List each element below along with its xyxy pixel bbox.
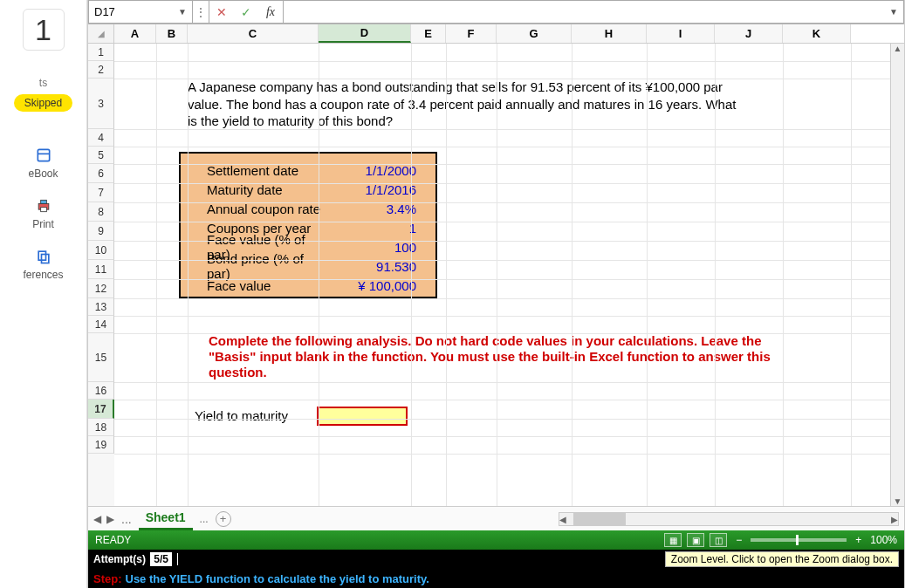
select-all-corner[interactable]: ◢: [88, 24, 114, 43]
row-header-11[interactable]: 11: [88, 260, 114, 279]
row-header-2[interactable]: 2: [88, 61, 114, 79]
label-cut-ts: ts: [39, 77, 47, 89]
zoom-plus-icon[interactable]: +: [855, 534, 861, 546]
ebook-button[interactable]: eBook: [28, 147, 58, 180]
scroll-right-icon[interactable]: ▶: [891, 515, 898, 524]
status-bar-green: READY ▦ ▣ ◫ − + 100%: [88, 530, 904, 550]
horizontal-scrollbar[interactable]: ◀ ▶: [559, 512, 899, 526]
col-header-A[interactable]: A: [114, 24, 156, 43]
status-bar-attempts: Attempt(s) 5/5 Zoom Level. Click to open…: [88, 550, 904, 569]
col-header-J[interactable]: J: [715, 24, 783, 43]
problem-text: A Japanese company has a bond outstandin…: [188, 79, 746, 130]
sheet-nav[interactable]: ◀ ▶: [93, 513, 114, 525]
name-box[interactable]: D17 ▼: [88, 0, 193, 24]
col-header-C[interactable]: C: [188, 24, 319, 43]
col-header-D[interactable]: D: [319, 24, 411, 43]
col-header-B[interactable]: B: [156, 24, 188, 43]
row-header-1[interactable]: 1: [88, 44, 114, 61]
scroll-up-icon[interactable]: ▲: [894, 44, 902, 53]
col-header-F[interactable]: F: [446, 24, 497, 43]
row-header-12[interactable]: 12: [88, 279, 114, 298]
zoom-thumb[interactable]: [796, 535, 799, 545]
cells-area[interactable]: A Japanese company has a bond outstandin…: [114, 44, 904, 506]
scroll-thumb[interactable]: [573, 513, 626, 525]
attempts-value: 5/5: [150, 552, 172, 566]
references-button[interactable]: ferences: [23, 248, 63, 281]
spreadsheet-main: D17 ▼ ⋮ ✕ ✓ fx ▼ ◢ ABCDEFGHIJK 123456789…: [87, 0, 905, 588]
col-header-G[interactable]: G: [497, 24, 572, 43]
vertical-scrollbar[interactable]: ▲ ▼: [890, 44, 904, 506]
chevron-down-icon: ▼: [178, 7, 187, 17]
zoom-level[interactable]: 100%: [870, 534, 897, 546]
face-label: Face value: [181, 278, 329, 293]
column-headers: ◢ ABCDEFGHIJK: [88, 24, 904, 44]
row-header-6[interactable]: 6: [88, 164, 114, 183]
row-header-18[interactable]: 18: [88, 419, 114, 436]
chevron-down-icon: ▼: [889, 7, 898, 17]
fx-button[interactable]: fx: [258, 1, 283, 23]
menu-dots-icon[interactable]: ⋮: [193, 0, 209, 24]
grid[interactable]: ◢ ABCDEFGHIJK 12345678910111213141516171…: [88, 24, 904, 506]
step-label: Step:: [93, 572, 122, 585]
svg-rect-6: [41, 255, 48, 263]
view-break-icon[interactable]: ◫: [710, 533, 727, 547]
references-label: ferences: [23, 269, 63, 281]
row-header-19[interactable]: 19: [88, 436, 114, 454]
sheet-dots-after: ...: [200, 513, 209, 525]
row-header-14[interactable]: 14: [88, 316, 114, 333]
enter-button[interactable]: ✓: [234, 1, 258, 23]
row-header-8[interactable]: 8: [88, 202, 114, 222]
svg-rect-0: [38, 149, 49, 161]
nav-prev-icon[interactable]: ◀: [93, 513, 101, 525]
row-header-13[interactable]: 13: [88, 298, 114, 316]
formula-bar: D17 ▼ ⋮ ✕ ✓ fx ▼: [88, 0, 904, 24]
scroll-left-icon[interactable]: ◀: [559, 515, 566, 524]
print-button[interactable]: Print: [32, 197, 54, 230]
row-header-3[interactable]: 3: [88, 79, 114, 129]
price-label: Bond price (% of par): [181, 251, 329, 281]
attempts-label: Attempt(s): [93, 553, 146, 565]
sheet-more-icon[interactable]: ...: [121, 512, 132, 526]
nav-next-icon[interactable]: ▶: [106, 513, 114, 525]
formula-buttons: ✕ ✓ fx: [209, 0, 284, 24]
settlement-label: Settlement date: [181, 163, 329, 178]
view-buttons: ▦ ▣ ◫: [664, 533, 727, 547]
formula-input[interactable]: ▼: [284, 0, 904, 24]
cancel-button[interactable]: ✕: [209, 1, 234, 23]
row-header-9[interactable]: 9: [88, 222, 114, 241]
col-header-I[interactable]: I: [647, 24, 715, 43]
view-page-icon[interactable]: ▣: [687, 533, 704, 547]
print-label: Print: [32, 218, 54, 230]
ytm-answer-cell[interactable]: [317, 407, 408, 426]
hint-text: Use the YIELD function to calculate the …: [126, 572, 429, 585]
row-headers: 12345678910111213141516171819: [88, 44, 114, 506]
view-normal-icon[interactable]: ▦: [664, 533, 682, 547]
status-bar-hint: Step: Use the YIELD function to calculat…: [88, 569, 904, 588]
row-header-17[interactable]: 17: [88, 400, 114, 419]
print-icon: [35, 197, 52, 215]
instructions-text: Complete the following analysis. Do not …: [209, 333, 771, 380]
svg-rect-4: [40, 208, 46, 212]
maturity-label: Maturity date: [181, 182, 329, 197]
col-header-H[interactable]: H: [572, 24, 647, 43]
col-header-K[interactable]: K: [783, 24, 851, 43]
copy-icon: [35, 248, 52, 265]
left-sidebar: 1 ts Skipped eBook Print ferences: [0, 0, 87, 588]
skipped-pill: Skipped: [14, 94, 72, 112]
row-header-5[interactable]: 5: [88, 147, 114, 164]
name-box-value: D17: [94, 5, 115, 18]
row-header-16[interactable]: 16: [88, 382, 114, 400]
zoom-minus-icon[interactable]: −: [736, 534, 742, 546]
scroll-down-icon[interactable]: ▼: [894, 496, 902, 506]
sheet-tab-active[interactable]: Sheet1: [139, 507, 193, 530]
ebook-label: eBook: [28, 168, 58, 180]
add-sheet-button[interactable]: +: [216, 511, 231, 527]
zoom-slider[interactable]: [751, 538, 847, 542]
row-header-15[interactable]: 15: [88, 333, 114, 382]
row-header-10[interactable]: 10: [88, 241, 114, 260]
col-header-E[interactable]: E: [411, 24, 446, 43]
row-header-4[interactable]: 4: [88, 129, 114, 147]
hints-row: ts Skipped: [0, 77, 86, 112]
zoom-tooltip: Zoom Level. Click to open the Zoom dialo…: [665, 551, 899, 567]
row-header-7[interactable]: 7: [88, 183, 114, 202]
